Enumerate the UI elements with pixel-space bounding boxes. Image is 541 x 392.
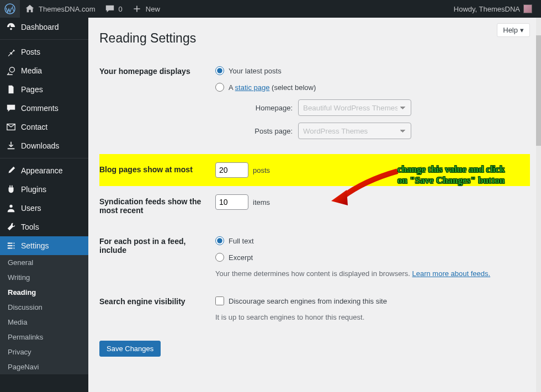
learn-more-link[interactable]: Learn more about feeds. (412, 269, 490, 278)
svg-point-1 (10, 28, 12, 30)
submenu-privacy[interactable]: Privacy (0, 345, 88, 359)
posts-per-page-input[interactable] (215, 162, 248, 178)
dashboard-icon (6, 22, 17, 33)
blogpages-label: Blog pages show at most (99, 154, 210, 186)
submenu-discussion[interactable]: Discussion (0, 300, 88, 315)
searchvis-hint: It is up to search engines to honor this… (215, 313, 524, 321)
homepage-select-label: Homepage: (243, 104, 293, 112)
menu-contact[interactable]: Contact (0, 118, 88, 136)
main-content: Help ▾ Reading Settings Your homepage di… (88, 18, 541, 392)
static-page-link[interactable]: static page (235, 83, 270, 92)
menu-label: Users (21, 204, 41, 213)
menu-appearance[interactable]: Appearance (0, 161, 88, 180)
menu-dashboard[interactable]: Dashboard (0, 18, 88, 36)
save-changes-button[interactable]: Save Changes (99, 341, 161, 357)
users-icon (6, 203, 17, 214)
new-link[interactable]: New (127, 0, 165, 18)
svg-point-2 (9, 67, 14, 72)
home-icon (24, 3, 35, 14)
wp-logo[interactable] (0, 0, 20, 18)
radio-fulltext[interactable] (215, 236, 224, 245)
mail-icon (6, 121, 17, 133)
submenu-general[interactable]: General (0, 255, 88, 270)
feed-items-input[interactable] (215, 194, 248, 210)
menu-tools[interactable]: Tools (0, 218, 88, 236)
avatar (523, 4, 532, 13)
feed-hint: Your theme determines how content is dis… (215, 269, 524, 278)
menu-downloads[interactable]: Downloads (0, 136, 88, 155)
homepage-select[interactable]: Beautiful WordPress Themes (298, 99, 411, 116)
menu-label: Plugins (21, 185, 46, 194)
scrollbar-thumb[interactable] (536, 35, 541, 146)
my-account-link[interactable]: Howdy, ThemesDNA (449, 0, 537, 18)
help-tab[interactable]: Help ▾ (497, 23, 530, 37)
menu-settings[interactable]: Settings (0, 236, 88, 255)
menu-label: Dashboard (21, 23, 59, 31)
items-suffix: items (253, 198, 270, 206)
comments-count: 0 (119, 5, 123, 13)
radio-excerpt-label: Excerpt (229, 253, 253, 262)
svg-point-6 (10, 245, 12, 247)
submenu-permalinks[interactable]: Permalinks (0, 330, 88, 345)
static-suffix: (select below) (269, 83, 316, 92)
menu-label: Contact (21, 123, 47, 131)
page-title: Reading Settings (99, 31, 530, 46)
svg-point-7 (8, 247, 10, 249)
annotation-line2: on "Save Changes" button (397, 175, 505, 186)
settings-submenu: General Writing Reading Discussion Media… (0, 255, 88, 374)
discourage-label: Discourage search engines from indexing … (229, 297, 387, 305)
submenu-reading[interactable]: Reading (0, 285, 88, 300)
postspage-select-label: Posts page: (243, 127, 293, 135)
menu-label: Media (21, 66, 42, 75)
settings-icon (6, 240, 17, 251)
comment-icon (6, 103, 17, 114)
submenu-pagenavi[interactable]: PageNavi (0, 359, 88, 374)
radio-excerpt[interactable] (215, 253, 224, 262)
menu-label: Downloads (21, 141, 59, 150)
menu-label: Tools (21, 223, 39, 231)
radio-latest-label: Your latest posts (229, 67, 282, 75)
radio-fulltext-label: Full text (229, 237, 254, 245)
menu-label: Appearance (21, 166, 63, 175)
brush-icon (6, 165, 17, 176)
radio-static-label: A static page (select below) (229, 83, 316, 92)
menu-posts[interactable]: Posts (0, 43, 88, 61)
postspage-select[interactable]: WordPress Themes (298, 123, 411, 139)
feed-hint-text: Your theme determines how content is dis… (215, 269, 412, 278)
menu-label: Pages (21, 85, 43, 94)
tools-icon (6, 221, 17, 232)
wordpress-icon (4, 3, 15, 14)
submenu-writing[interactable]: Writing (0, 270, 88, 285)
submenu-media[interactable]: Media (0, 315, 88, 330)
radio-static-page[interactable] (215, 83, 224, 92)
homepage-displays-label: Your homepage displays (99, 56, 210, 154)
syndication-label: Syndication feeds show the most recent (99, 186, 210, 226)
feed-content-label: For each post in a feed, include (99, 226, 210, 286)
posts-suffix: posts (253, 166, 270, 174)
site-name-link[interactable]: ThemesDNA.com (20, 0, 100, 18)
menu-pages[interactable]: Pages (0, 80, 88, 99)
howdy-text: Howdy, ThemesDNA (454, 5, 520, 13)
menu-comments[interactable]: Comments (0, 99, 88, 118)
menu-label: Comments (21, 104, 59, 113)
menu-label: Posts (21, 47, 40, 56)
plugin-icon (6, 184, 17, 195)
svg-point-5 (8, 242, 10, 244)
new-label: New (146, 5, 160, 13)
comment-icon (104, 3, 115, 14)
discourage-checkbox[interactable] (215, 296, 224, 305)
site-name-text: ThemesDNA.com (39, 5, 96, 13)
annotation-text: change this value and click on "Save Cha… (397, 164, 505, 187)
searchvis-label: Search engine visibility (99, 286, 210, 330)
menu-plugins[interactable]: Plugins (0, 180, 88, 199)
svg-point-4 (9, 205, 12, 208)
radio-latest-posts[interactable] (215, 66, 224, 75)
static-prefix: A (229, 83, 235, 92)
download-icon (6, 140, 17, 151)
menu-users[interactable]: Users (0, 199, 88, 218)
menu-media[interactable]: Media (0, 61, 88, 80)
chevron-down-icon: ▾ (520, 26, 524, 34)
plus-icon (131, 3, 142, 14)
media-icon (6, 65, 17, 76)
comments-link[interactable]: 0 (100, 0, 127, 18)
